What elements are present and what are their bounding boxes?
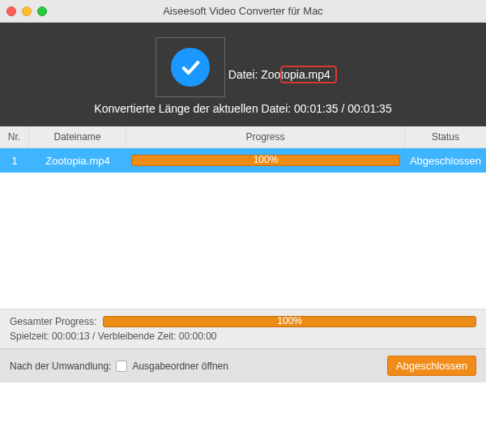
cell-progress: 100%	[126, 155, 405, 166]
titlebar: Aiseesoft Video Converter für Mac	[0, 0, 486, 23]
empty-area	[0, 173, 486, 309]
zoom-icon[interactable]	[37, 6, 47, 16]
minimize-icon[interactable]	[22, 6, 32, 16]
table-header: Nr. Dateiname Progress Status	[0, 126, 486, 148]
window-title: Aiseesoft Video Converter für Mac	[0, 5, 486, 17]
th-progress: Progress	[126, 126, 405, 147]
progress-percent: 100%	[132, 154, 399, 165]
overall-label: Gesamter Progress:	[10, 316, 96, 327]
done-button[interactable]: Abgeschlossen	[387, 356, 476, 376]
time-line: Spielzeit: 00:00:13 / Verbleibende Zeit:…	[10, 331, 476, 342]
open-folder-checkbox[interactable]	[116, 361, 127, 372]
th-status: Status	[405, 126, 486, 147]
overall-panel: Gesamter Progress: 100% Spielzeit: 00:00…	[0, 309, 486, 348]
progress-bar: 100%	[131, 155, 400, 166]
file-prefix: Datei:	[228, 68, 261, 81]
bottom-bar: Nach der Umwandlung: Ausgabeordner öffne…	[0, 348, 486, 382]
after-label: Nach der Umwandlung:	[10, 361, 111, 372]
th-name: Dateiname	[29, 126, 126, 147]
open-folder-label: Ausgabeordner öffnen	[132, 361, 228, 372]
table-row[interactable]: 1 Zootopia.mp4 100% Abgeschlossen	[0, 148, 486, 173]
close-icon[interactable]	[6, 6, 16, 16]
current-file-line: Datei: Zootopia.mp4	[228, 68, 330, 81]
th-nr: Nr.	[0, 126, 29, 147]
cell-status: Abgeschlossen	[405, 155, 486, 167]
highlight-box	[280, 66, 337, 83]
cell-nr: 1	[0, 155, 29, 167]
cell-name: Zootopia.mp4	[29, 155, 126, 167]
check-icon	[171, 48, 210, 87]
window-controls	[6, 6, 47, 16]
status-panel: Datei: Zootopia.mp4 Konvertierte Länge d…	[0, 23, 486, 126]
completion-badge	[156, 37, 225, 97]
overall-percent: 100%	[104, 315, 475, 326]
converted-length: Konvertierte Länge der aktuellen Datei: …	[0, 102, 486, 115]
overall-progress-bar: 100%	[103, 316, 476, 327]
